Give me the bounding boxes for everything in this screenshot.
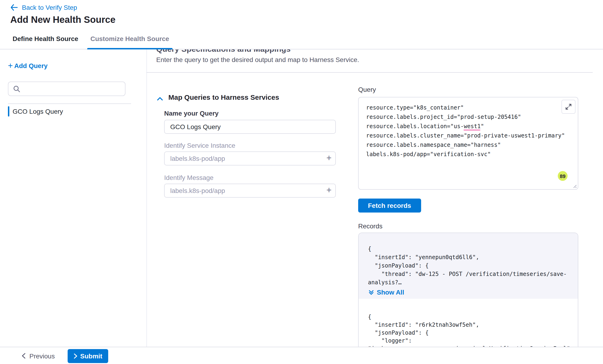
identify-message-label: Identify Message xyxy=(164,174,214,181)
section-heading: Query Specifications and Mappings xyxy=(156,49,290,54)
records-panel: { "insertId": "yennepun0qtd6ll6", "jsonP… xyxy=(358,233,578,347)
page-title: Add New Health Source xyxy=(10,14,116,25)
collapse-section-button[interactable] xyxy=(156,95,164,102)
search-box xyxy=(8,81,126,96)
query-text[interactable]: resource.type="k8s_container" resource.l… xyxy=(359,97,578,165)
main-panel: Query Specifications and Mappings Enter … xyxy=(146,49,603,347)
query-list-item[interactable]: GCO Logs Query xyxy=(8,105,139,117)
expand-button[interactable] xyxy=(561,100,576,114)
previous-label: Previous xyxy=(29,352,55,360)
double-chevron-down-icon xyxy=(368,289,374,295)
content-area: + Add Query GCO Logs Query Query Specifi… xyxy=(0,49,603,347)
chevron-up-icon xyxy=(156,95,164,102)
add-query-button[interactable]: + Add Query xyxy=(8,62,47,69)
active-tab-underline xyxy=(87,48,173,49)
record-json: { "insertId": "yennepun0qtd6ll6", "jsonP… xyxy=(359,245,578,287)
chevron-left-icon xyxy=(22,353,26,359)
section-subheading: Enter the query to get the desired outpu… xyxy=(156,56,359,63)
service-instance-field: + xyxy=(164,151,336,165)
sidebar-divider xyxy=(8,103,131,104)
submit-button[interactable]: Submit xyxy=(68,349,108,363)
query-name-input[interactable] xyxy=(164,120,336,134)
identify-message-input[interactable] xyxy=(164,184,336,198)
arrow-left-icon xyxy=(10,4,18,11)
identify-message-field: + xyxy=(164,184,336,198)
content-divider xyxy=(146,72,593,73)
add-query-label: Add Query xyxy=(14,62,47,69)
records-label: Records xyxy=(358,222,383,230)
tab-define-label: Define Health Source xyxy=(12,35,78,42)
selected-indicator xyxy=(8,106,9,116)
fetch-records-button[interactable]: Fetch records xyxy=(358,199,421,213)
expand-icon xyxy=(565,103,572,110)
tab-define-health-source[interactable]: Define Health Source xyxy=(9,28,81,49)
query-label: Query xyxy=(358,86,376,93)
spellcheck-underline xyxy=(464,130,480,130)
record-json: { "insertId": "r6rk2tnah3owf5eh", "jsonP… xyxy=(359,313,578,347)
char-count-badge: 89 xyxy=(558,171,568,181)
app-root: Back to Verify Step Add New Health Sourc… xyxy=(0,0,603,364)
back-link-label: Back to Verify Step xyxy=(22,4,77,11)
record-block: { "insertId": "yennepun0qtd6ll6", "jsonP… xyxy=(359,233,578,299)
previous-button[interactable]: Previous xyxy=(22,347,55,364)
plus-icon: + xyxy=(8,62,13,69)
resize-handle[interactable] xyxy=(572,183,577,188)
tab-customize-health-source[interactable]: Customize Health Source xyxy=(87,28,173,49)
service-instance-add-button[interactable]: + xyxy=(326,153,332,163)
service-instance-input[interactable] xyxy=(164,151,336,165)
chevron-right-icon xyxy=(74,353,77,359)
submit-label: Submit xyxy=(80,352,102,360)
map-queries-title: Map Queries to Harness Services xyxy=(168,93,279,101)
show-all-link[interactable]: Show All xyxy=(359,288,578,296)
show-all-label: Show All xyxy=(377,288,404,296)
identify-message-add-button[interactable]: + xyxy=(326,185,332,195)
query-editor: resource.type="k8s_container" resource.l… xyxy=(358,97,578,190)
identify-service-instance-label: Identify Service Instance xyxy=(164,142,235,149)
footer: Previous Submit xyxy=(0,347,603,364)
name-your-query-label: Name your Query xyxy=(164,110,219,117)
tab-customize-label: Customize Health Source xyxy=(91,35,169,42)
search-input[interactable] xyxy=(8,82,125,96)
tab-bar: Define Health Source Customize Health So… xyxy=(0,28,172,49)
sidebar: + Add Query GCO Logs Query xyxy=(0,49,146,347)
query-item-label: GCO Logs Query xyxy=(12,108,63,115)
page-header: Back to Verify Step Add New Health Sourc… xyxy=(0,0,603,49)
query-name-field xyxy=(164,120,336,134)
back-link[interactable]: Back to Verify Step xyxy=(10,4,77,11)
